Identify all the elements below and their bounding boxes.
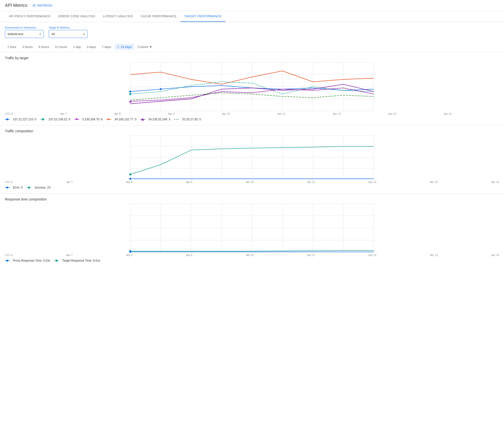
legend-error-label: Error: 0 — [13, 186, 23, 189]
traffic-comp-legend: Error: 0 Success: 23 — [5, 186, 499, 189]
legend-proxy-label: Proxy Response Time: 0.03s — [13, 259, 50, 262]
target-ip-select-wrapper[interactable]: All — [49, 30, 88, 38]
legend-item-1: 107.21.227.110: 0 — [5, 118, 37, 121]
x-label-apr9: Apr 9 — [168, 112, 175, 115]
x3-label-apr9: Apr 9 — [186, 254, 192, 256]
checkmark-icon: ✓ — [117, 45, 120, 49]
legend-proxy-response: Proxy Response Time: 0.03s — [5, 259, 50, 262]
refresh-button[interactable]: REFRESH — [32, 4, 52, 8]
x2-label-apr7: Apr 7 — [66, 180, 73, 183]
traffic-by-target-chart: UTC-4 Apr 7 Apr 8 Apr 9 Apr 10 Apr 11 Ap… — [5, 62, 499, 121]
traffic-target-legend: 107.21.227.110: 0 107.22.139.22: 0 3.230… — [5, 118, 499, 121]
x3-label-apr12: Apr 12 — [369, 254, 376, 256]
time-3hours[interactable]: 3 hours — [20, 44, 35, 50]
legend-line-4 — [106, 118, 113, 121]
tab-latency[interactable]: LATENCY ANALYSIS — [99, 11, 137, 22]
svg-rect-48 — [28, 187, 30, 189]
x2-label-apr11: Apr 11 — [307, 180, 315, 183]
response-time-chart: UTC-4 Apr 7 Apr 8 Apr 9 Apr 10 Apr 11 Ap… — [5, 204, 499, 262]
x2-label-apr8: Apr 8 — [126, 180, 132, 183]
time-3days[interactable]: 3 days — [84, 44, 98, 50]
target-ip-label: Target IP Address — [49, 26, 88, 29]
tab-error-code[interactable]: ERROR CODE ANALYSIS — [55, 11, 99, 22]
x2-label-apr9: Apr 9 — [186, 180, 192, 183]
svg-point-14 — [129, 91, 131, 93]
response-time-x-labels: UTC-4 Apr 7 Apr 8 Apr 9 Apr 10 Apr 11 Ap… — [5, 254, 499, 256]
environment-label: Environment or Hostname — [5, 26, 44, 29]
legend-line-2 — [40, 118, 47, 121]
svg-point-44 — [129, 178, 131, 180]
time-1hour[interactable]: 1 hour — [5, 44, 19, 50]
x-label-apr7: Apr 7 — [60, 112, 67, 115]
legend-label-2: 107.22.139.22: 0 — [48, 118, 70, 121]
time-custom[interactable]: Custom ▼ — [135, 44, 155, 50]
svg-rect-16 — [129, 93, 131, 95]
x2-label-apr14: Apr 14 — [491, 180, 499, 183]
legend-line-5 — [140, 118, 147, 121]
legend-target-response: Target Response Time: 8.61s — [54, 259, 100, 262]
page-title: API Metrics — [5, 3, 27, 8]
x3-label-apr10: Apr 10 — [246, 254, 254, 256]
chevron-down-icon: ▼ — [149, 45, 152, 49]
traffic-composition-title: Traffic composition — [5, 129, 499, 133]
legend-item-6: 52.20.27.92: 0 — [174, 118, 201, 121]
legend-success-label: Success: 23 — [35, 186, 50, 189]
x3-label-apr13: Apr 13 — [430, 254, 438, 256]
filter-bar: Environment or Hostname default-test Tar… — [0, 22, 504, 42]
legend-line-6 — [174, 118, 181, 121]
legend-label-6: 52.20.27.92: 0 — [182, 118, 201, 121]
svg-point-15 — [160, 88, 162, 90]
environment-select[interactable]: default-test — [5, 30, 44, 38]
time-7days[interactable]: 7 days — [99, 44, 113, 50]
x3-label-apr7: Apr 7 — [66, 254, 73, 256]
traffic-by-target-section: Traffic by target — [0, 52, 504, 125]
refresh-icon — [32, 4, 36, 8]
svg-rect-68 — [56, 260, 57, 262]
target-ip-select[interactable]: All — [49, 30, 88, 38]
traffic-by-target-title: Traffic by target — [5, 56, 499, 60]
legend-line-1 — [5, 118, 12, 121]
x3-label-apr11: Apr 11 — [307, 254, 315, 256]
x3-label-utc4: UTC-4 — [5, 254, 13, 256]
svg-point-64 — [129, 251, 131, 253]
svg-rect-43 — [129, 173, 131, 175]
x2-label-apr12: Apr 12 — [369, 180, 376, 183]
svg-rect-21 — [42, 118, 44, 120]
x-label-apr12: Apr 12 — [333, 112, 341, 115]
x-label-apr13: Apr 13 — [388, 112, 396, 115]
response-time-title: Response time composition — [5, 197, 499, 201]
tab-bar: API PROXY PERFORMANCE ERROR CODE ANALYSI… — [0, 11, 504, 22]
legend-success: Success: 23 — [27, 186, 50, 189]
x-label-utc4: UTC-4 — [5, 112, 13, 115]
traffic-composition-svg — [5, 135, 499, 179]
response-time-legend: Proxy Response Time: 0.03s Target Respon… — [5, 259, 499, 262]
time-6hours[interactable]: 6 hours — [36, 44, 51, 50]
time-14days-label: 14 days — [121, 45, 132, 49]
tab-target[interactable]: TARGET PERFORMANCE — [180, 11, 225, 22]
traffic-comp-x-labels: UTC-4 Apr 7 Apr 8 Apr 9 Apr 10 Apr 11 Ap… — [5, 180, 499, 183]
legend-label-1: 107.21.227.110: 0 — [13, 118, 37, 121]
svg-point-46 — [6, 187, 8, 189]
environment-filter: Environment or Hostname default-test — [5, 26, 44, 38]
target-ip-filter: Target IP Address All — [49, 26, 88, 38]
response-time-section: Response time composition — [0, 193, 504, 266]
x-label-apr10: Apr 10 — [222, 112, 230, 115]
svg-point-66 — [6, 260, 8, 262]
tab-api-proxy[interactable]: API PROXY PERFORMANCE — [5, 11, 55, 22]
time-12hours[interactable]: 12 hours — [53, 44, 70, 50]
legend-item-5: 34.235.32.249: 3 — [140, 118, 170, 121]
x2-label-apr10: Apr 10 — [246, 180, 254, 183]
x-label-apr8: Apr 8 — [114, 112, 121, 115]
x3-label-apr8: Apr 8 — [126, 254, 132, 256]
traffic-by-target-svg — [5, 62, 499, 111]
x2-label-utc4: UTC-4 — [5, 180, 13, 183]
legend-item-2: 107.22.139.22: 0 — [40, 118, 70, 121]
x2-label-apr13: Apr 13 — [430, 180, 438, 183]
environment-select-wrapper[interactable]: default-test — [5, 30, 44, 38]
legend-line-3 — [74, 118, 81, 121]
time-1day[interactable]: 1 day — [71, 44, 83, 50]
legend-label-5: 34.235.32.249: 3 — [148, 118, 170, 121]
tab-cache[interactable]: CACHE PERFORMANCE — [137, 11, 180, 22]
time-14days[interactable]: ✓ 14 days — [115, 44, 134, 50]
legend-target-line — [54, 259, 61, 262]
